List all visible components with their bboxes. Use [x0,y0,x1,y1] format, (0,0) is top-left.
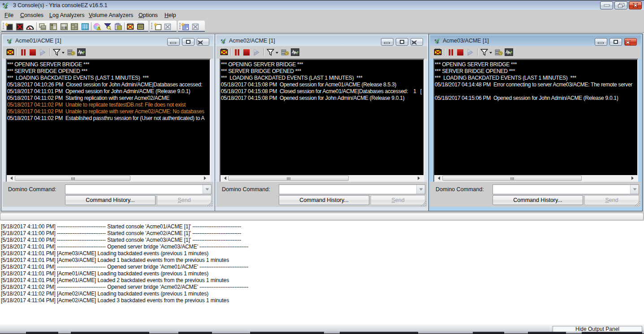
svg-text:e: e [3,2,5,6]
